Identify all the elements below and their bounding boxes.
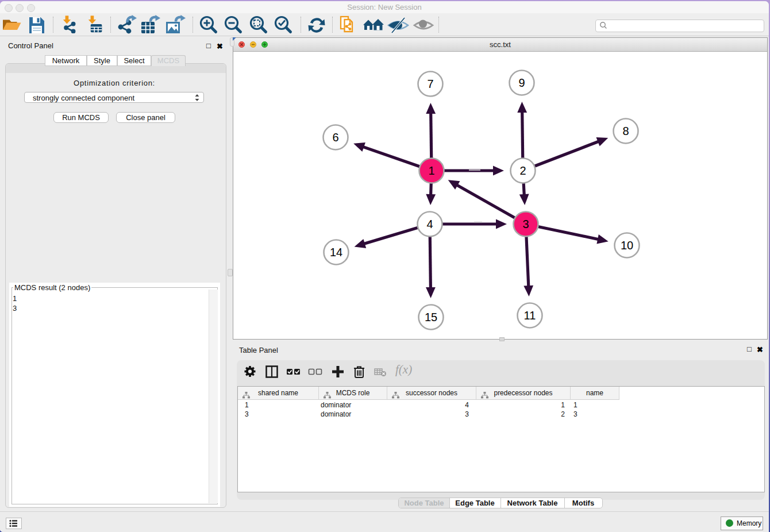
svg-text:14: 14 [330,246,342,259]
svg-text:4: 4 [426,218,433,230]
svg-text:1: 1 [428,164,434,177]
svg-text:6: 6 [332,131,338,144]
svg-text:8: 8 [622,125,629,137]
svg-text:9: 9 [518,76,525,89]
svg-text:3: 3 [522,218,529,230]
svg-text:15: 15 [425,311,437,323]
svg-text:2: 2 [519,164,526,177]
svg-text:10: 10 [621,239,633,252]
svg-text:11: 11 [524,309,536,322]
svg-text:7: 7 [427,78,433,90]
